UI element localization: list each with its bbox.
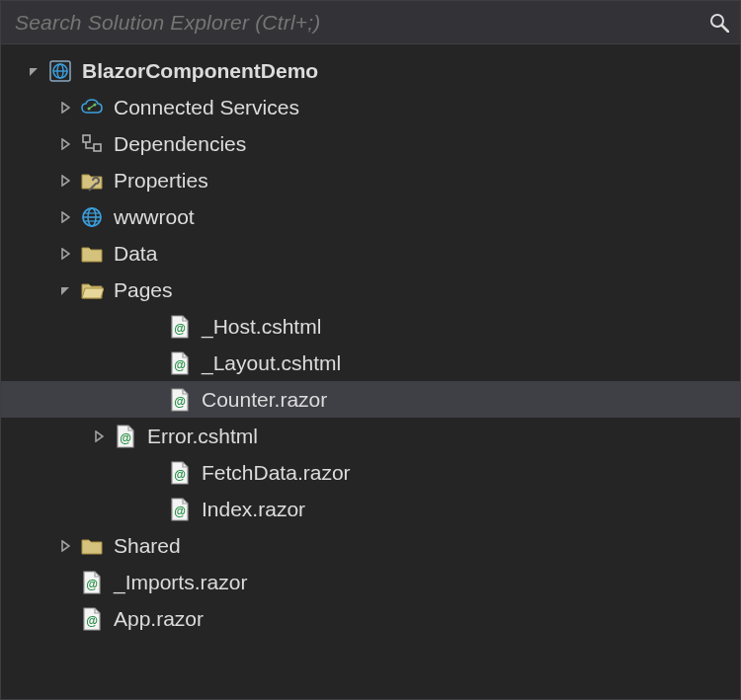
file-host[interactable]: @ _Host.cshtml <box>1 308 740 345</box>
file-label: _Host.cshtml <box>202 315 321 339</box>
file-fetchdata[interactable]: @ FetchData.razor <box>1 454 740 491</box>
project-root[interactable]: BlazorComponentDemo <box>1 52 740 89</box>
svg-rect-10 <box>94 144 101 151</box>
razor-file-icon: @ <box>114 425 137 448</box>
razor-file-icon: @ <box>80 571 104 594</box>
node-data[interactable]: Data <box>1 235 740 272</box>
chevron-collapsed-icon[interactable] <box>56 540 74 552</box>
chevron-expanded-icon[interactable] <box>25 65 42 77</box>
folder-icon <box>80 534 104 558</box>
folder-icon <box>80 242 104 266</box>
globe-icon <box>80 205 104 229</box>
svg-line-1 <box>722 26 728 32</box>
node-label: Data <box>114 242 157 266</box>
file-app[interactable]: @ App.razor <box>1 600 740 637</box>
chevron-expanded-icon[interactable] <box>56 284 74 296</box>
folder-open-icon <box>80 278 104 302</box>
chevron-collapsed-icon[interactable] <box>56 138 74 150</box>
svg-line-8 <box>89 105 95 109</box>
razor-file-icon: @ <box>168 351 192 375</box>
svg-text:@: @ <box>86 578 98 591</box>
folder-wrench-icon <box>80 169 104 193</box>
chevron-collapsed-icon[interactable] <box>56 248 74 260</box>
file-label: App.razor <box>114 607 204 631</box>
svg-text:@: @ <box>174 322 186 336</box>
svg-text:@: @ <box>174 395 186 409</box>
file-label: FetchData.razor <box>202 461 351 485</box>
search-icon[interactable] <box>708 12 730 34</box>
razor-file-icon: @ <box>168 461 192 485</box>
node-label: Shared <box>114 534 181 558</box>
file-label: Error.cshtml <box>147 425 258 448</box>
node-connected-services[interactable]: Connected Services <box>1 89 740 125</box>
node-label: Connected Services <box>114 96 299 119</box>
file-imports[interactable]: @ _Imports.razor <box>1 564 740 600</box>
file-counter[interactable]: @ Counter.razor <box>1 381 740 418</box>
node-label: Pages <box>114 278 173 302</box>
node-properties[interactable]: Properties <box>1 162 740 198</box>
razor-file-icon: @ <box>168 498 192 521</box>
svg-rect-9 <box>83 135 90 142</box>
razor-file-icon: @ <box>80 607 104 631</box>
tree: BlazorComponentDemo Connected Services <box>1 44 740 699</box>
node-label: Properties <box>114 169 208 193</box>
chevron-collapsed-icon[interactable] <box>56 175 74 187</box>
svg-text:@: @ <box>174 505 186 518</box>
cloud-icon <box>80 96 104 119</box>
node-label: Dependencies <box>114 132 246 156</box>
node-wwwroot[interactable]: wwwroot <box>1 198 740 235</box>
svg-text:@: @ <box>86 614 98 628</box>
search-input[interactable] <box>15 11 700 35</box>
file-label: _Layout.cshtml <box>202 351 341 375</box>
chevron-collapsed-icon[interactable] <box>56 211 74 223</box>
node-dependencies[interactable]: Dependencies <box>1 125 740 162</box>
svg-text:@: @ <box>120 431 131 445</box>
chevron-collapsed-icon[interactable] <box>56 102 74 114</box>
file-index[interactable]: @ Index.razor <box>1 491 740 527</box>
file-layout[interactable]: @ _Layout.cshtml <box>1 345 740 381</box>
search-bar <box>1 1 740 44</box>
node-label: wwwroot <box>114 205 195 229</box>
svg-text:@: @ <box>174 358 186 372</box>
file-label: Index.razor <box>202 498 305 521</box>
project-name: BlazorComponentDemo <box>82 59 318 83</box>
file-label: Counter.razor <box>202 388 327 412</box>
solution-explorer-panel: BlazorComponentDemo Connected Services <box>0 0 741 700</box>
file-label: _Imports.razor <box>114 571 247 594</box>
chevron-collapsed-icon[interactable] <box>90 430 108 442</box>
razor-file-icon: @ <box>168 315 192 339</box>
razor-file-icon: @ <box>168 388 192 412</box>
node-shared[interactable]: Shared <box>1 527 740 564</box>
svg-text:@: @ <box>174 468 186 482</box>
node-pages[interactable]: Pages <box>1 272 740 308</box>
project-icon <box>48 59 72 83</box>
file-error[interactable]: @ Error.cshtml <box>1 418 740 454</box>
dependencies-icon <box>80 132 104 156</box>
